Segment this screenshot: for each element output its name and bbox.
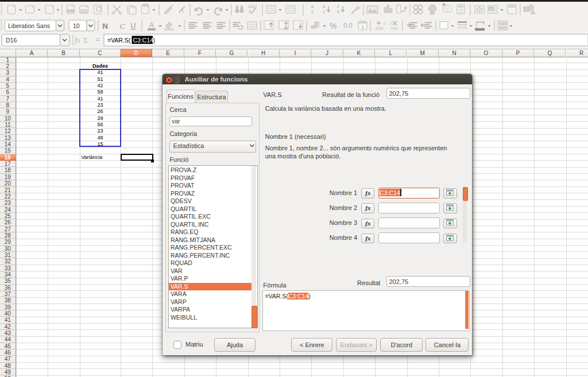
svg-text:Z: Z [337,4,340,9]
svg-text:C: C [119,22,125,30]
svg-text:.000: .000 [374,26,384,31]
svg-text:D16: D16 [6,37,17,44]
svg-text:Z: Z [311,9,314,14]
svg-text:A: A [311,4,314,9]
svg-text:A: A [149,21,154,29]
svg-text:fx: fx [75,36,80,44]
svg-text:A: A [336,9,339,14]
svg-text:Σ: Σ [84,36,88,44]
svg-text:N: N [102,22,108,30]
svg-text:1: 1 [361,24,364,30]
svg-text:0: 0 [384,21,386,25]
svg-text:=: = [96,36,99,43]
svg-text:.000: .000 [389,26,399,31]
svg-text:=VAR.S(: =VAR.S( [107,37,131,44]
svg-text:%: % [330,21,336,30]
svg-text:C3:C14: C3:C14 [133,37,154,44]
svg-text:A: A [322,4,325,9]
svg-text:U: U [130,22,136,30]
svg-text:Z: Z [323,9,326,14]
svg-text:0: 0 [389,21,392,25]
svg-text:0.0: 0.0 [343,22,352,29]
svg-text:10: 10 [73,22,80,29]
svg-text:Liberation Sans: Liberation Sans [8,22,50,29]
svg-text:): ) [153,37,156,44]
